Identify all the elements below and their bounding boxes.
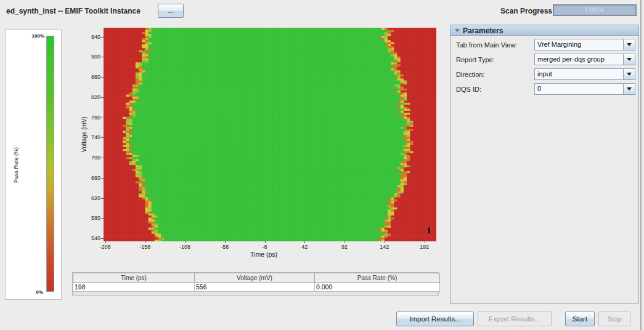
colorbar-max-label: 100% [32, 33, 44, 39]
x-tick-label: 92 [341, 244, 348, 250]
y-tick-label: 740 [72, 134, 100, 140]
param-row-tab-from-main-view: Tab from Main View: Vref Margining [450, 38, 638, 53]
y-tick-label: 900 [72, 54, 100, 60]
collapse-triangle-icon [455, 29, 460, 32]
dropdown-arrow-button[interactable] [623, 84, 635, 94]
x-tick-mark [425, 241, 425, 243]
colorbar-gradient [46, 36, 54, 292]
y-tick-mark [101, 37, 104, 38]
x-axis-title: Time (ps) [250, 251, 277, 258]
y-tick-mark [101, 137, 104, 138]
x-tick-mark [385, 241, 385, 243]
x-tick-label: -8 [263, 244, 267, 250]
param-row-dqs-id: DQS ID: 0 [450, 82, 638, 97]
y-tick-label: 860 [72, 74, 100, 80]
parameters-panel: Parameters Tab from Main View: Vref Marg… [450, 25, 639, 304]
chevron-down-icon [627, 87, 632, 91]
y-tick-label: 620 [72, 195, 100, 201]
readout-filler [73, 292, 438, 295]
report-type-dropdown[interactable]: merged per-dqs group [534, 54, 635, 65]
y-tick-label: 540 [72, 235, 100, 241]
dropdown-selected-value: Vref Margining [535, 39, 623, 50]
readout-header-row: Time (ps) Voltage (mV) Pass Rate (%) [73, 273, 440, 283]
dropdown-arrow-button[interactable] [623, 54, 635, 65]
readout-value-time: 198 [73, 283, 195, 292]
direction-dropdown[interactable]: input [534, 68, 635, 80]
scan-progress-label: Scan Progress [500, 7, 552, 15]
param-row-direction: Direction: input [450, 68, 638, 82]
y-tick-label: 580 [72, 215, 100, 221]
y-tick-mark [101, 77, 104, 78]
readout-value-voltage: 556 [195, 283, 315, 292]
y-tick-label: 820 [72, 94, 100, 100]
y-tick-mark [101, 218, 104, 219]
import-results-button[interactable]: Import Results... [396, 312, 474, 326]
dqs-id-dropdown[interactable]: 0 [534, 83, 635, 95]
x-tick-mark [304, 241, 305, 243]
stop-button: Stop [598, 312, 630, 326]
dropdown-selected-value: 0 [535, 84, 623, 94]
parameters-title: Parameters [463, 26, 503, 35]
param-row-report-type: Report Type: merged per-dqs group [450, 53, 638, 68]
chevron-down-icon [627, 43, 632, 46]
tab-from-main-view-dropdown[interactable]: Vref Margining [534, 39, 635, 50]
scan-progress-bar: 100% [553, 4, 637, 16]
scan-progress-value: 100% [554, 6, 635, 15]
x-tick-label: -58 [221, 244, 229, 250]
window-title: ed_synth_inst -- EMIF Toolkit Instance [6, 7, 141, 15]
x-tick-mark [145, 241, 145, 243]
x-tick-mark [105, 241, 106, 243]
y-tick-label: 660 [72, 175, 100, 181]
dropdown-selected-value: input [535, 69, 623, 79]
x-tick-mark [225, 241, 226, 243]
dropdown-arrow-button[interactable] [623, 69, 635, 79]
dropdown-arrow-button[interactable] [623, 39, 635, 50]
dropdown-selected-value: merged per-dqs group [535, 54, 623, 65]
x-tick-label: -158 [139, 244, 150, 250]
readout-table: Time (ps) Voltage (mV) Pass Rate (%) 198… [72, 272, 439, 296]
y-tick-mark [101, 118, 104, 118]
vref-margin-heatmap[interactable] [104, 28, 436, 241]
readout-header-passrate: Pass Rate (%) [315, 273, 440, 283]
x-tick-label: -208 [100, 244, 111, 250]
window-right-edge [640, 0, 642, 330]
y-tick-label: 700 [72, 155, 100, 161]
x-tick-mark [344, 241, 345, 243]
x-tick-label: 142 [380, 244, 389, 250]
param-label: Tab from Main View: [456, 41, 517, 49]
y-tick-mark [101, 178, 104, 179]
readout-value-row: 198 556 0.000 [73, 283, 440, 292]
more-options-button[interactable]: ... [158, 4, 184, 18]
y-tick-mark [101, 238, 104, 239]
x-tick-mark [265, 241, 266, 243]
y-tick-mark [101, 198, 104, 199]
readout-header-voltage: Voltage (mV) [195, 273, 315, 283]
x-tick-label: -108 [179, 244, 190, 250]
parameters-section-header[interactable]: Parameters [450, 25, 638, 36]
chevron-down-icon [627, 73, 632, 76]
export-results-button: Export Results... [478, 312, 552, 326]
y-tick-mark [101, 158, 104, 158]
readout-value-passrate: 0.000 [315, 283, 440, 292]
pass-rate-colorbar-panel: 100% 0% Pass Rate (%) [5, 30, 62, 300]
param-label: Direction: [456, 71, 484, 78]
param-label: Report Type: [456, 56, 495, 63]
x-tick-label: 192 [420, 244, 429, 250]
y-tick-label: 940 [72, 34, 100, 40]
param-label: DQS ID: [456, 86, 481, 93]
y-tick-mark [101, 97, 104, 98]
chevron-down-icon [627, 58, 632, 61]
colorbar-min-label: 0% [36, 289, 43, 295]
x-tick-mark [185, 241, 185, 243]
readout-header-time: Time (ps) [73, 273, 195, 283]
start-button[interactable]: Start [565, 312, 595, 326]
y-tick-label: 780 [72, 115, 100, 121]
y-tick-mark [101, 57, 104, 57]
x-tick-label: 42 [301, 244, 308, 250]
colorbar-axis-label: Pass Rate (%) [13, 147, 19, 182]
